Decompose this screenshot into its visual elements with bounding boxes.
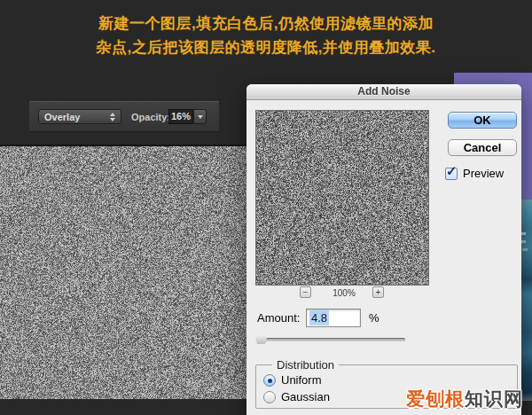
ok-button[interactable]: OK	[448, 112, 517, 129]
triangle-down-icon	[198, 115, 203, 119]
zoom-out-button[interactable]: −	[300, 286, 311, 298]
layers-options-bar: Overlay Opacity: 16%	[29, 101, 219, 132]
amount-value-selected: 4.8	[309, 310, 329, 325]
screenshot-root: 新建一个图层,填充白色后,仍然使用滤镜里的添加 杂点,之后把该图层的透明度降低,…	[0, 0, 532, 415]
blend-mode-select[interactable]: Overlay	[38, 109, 121, 124]
checkbox-checked-icon: ✓	[445, 168, 458, 180]
zoom-in-button[interactable]: +	[372, 286, 384, 298]
dialog-title: Add Noise	[357, 85, 410, 98]
tutorial-note: 新建一个图层,填充白色后,仍然使用滤镜里的添加 杂点,之后把该图层的透明度降低,…	[0, 12, 532, 59]
background-photo-edge	[520, 200, 532, 401]
noise-preview[interactable]	[255, 110, 429, 286]
tutorial-note-line2: 杂点,之后把该图层的透明度降低,并使用叠加效果.	[0, 35, 532, 59]
amount-label: Amount:	[257, 311, 300, 325]
watermark: 爱刨根知识网	[406, 387, 523, 411]
check-icon: ✓	[446, 163, 458, 179]
cancel-button[interactable]: Cancel	[448, 139, 517, 156]
noise-preview-canvas	[256, 111, 428, 285]
opacity-input[interactable]: 16%	[168, 109, 193, 124]
amount-slider-thumb[interactable]	[255, 333, 267, 344]
watermark-rest: 知识网	[465, 388, 523, 409]
radio-gaussian-label: Gaussian	[281, 390, 330, 403]
noise-canvas	[0, 146, 251, 399]
percent-sign: %	[369, 311, 379, 325]
preview-checkbox[interactable]: ✓ Preview	[445, 167, 504, 180]
watermark-highlight: 爱刨根	[406, 388, 465, 409]
zoom-level: 100%	[322, 288, 366, 298]
blend-mode-value: Overlay	[44, 112, 80, 122]
radio-uniform[interactable]: Uniform	[263, 373, 517, 387]
amount-slider-track[interactable]	[262, 338, 405, 341]
tutorial-note-line1: 新建一个图层,填充白色后,仍然使用滤镜里的添加	[0, 12, 532, 35]
radio-selected-icon	[263, 374, 276, 387]
opacity-label: Opacity:	[131, 112, 170, 122]
amount-input[interactable]: 4.8	[306, 309, 361, 327]
distribution-legend: Distribution	[272, 358, 339, 372]
radio-uniform-label: Uniform	[281, 373, 322, 387]
updown-arrows-icon	[110, 113, 115, 121]
add-noise-dialog: Add Noise − 100% + OK Cancel ✓ Preview A…	[246, 84, 521, 415]
noise-layer-texture	[0, 145, 251, 399]
dialog-titlebar[interactable]: Add Noise	[246, 84, 521, 100]
preview-label: Preview	[463, 167, 504, 180]
radio-unselected-icon	[263, 391, 276, 403]
opacity-dropdown-button[interactable]	[193, 109, 207, 124]
